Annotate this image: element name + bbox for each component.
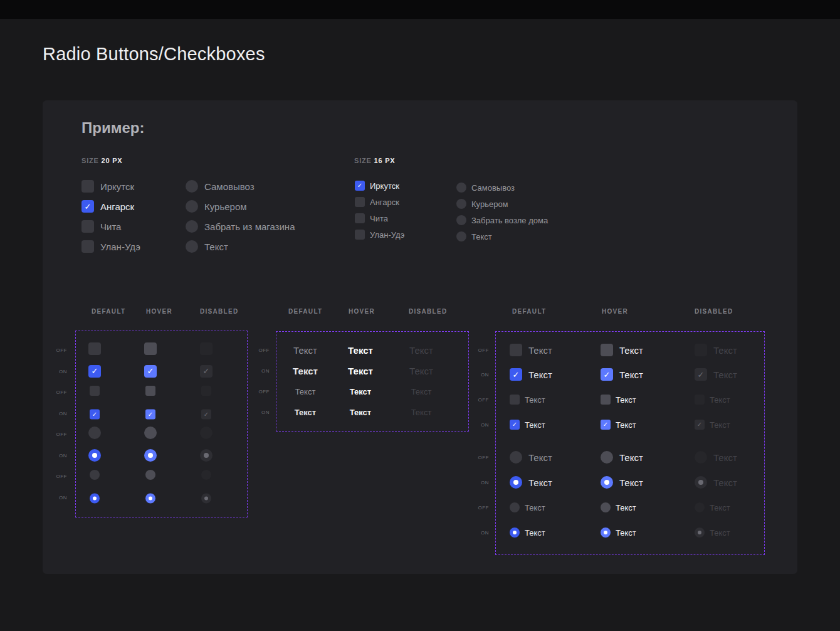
checkbox[interactable] — [81, 180, 94, 193]
radio-button[interactable] — [456, 183, 466, 193]
radio-option[interactable]: Текст — [601, 451, 643, 464]
option-label: Текст — [616, 528, 636, 538]
state-cell: ✓ — [88, 365, 101, 378]
radio-option[interactable]: Текст — [601, 528, 636, 538]
checkbox[interactable] — [144, 342, 157, 355]
state-row-label: OFF — [43, 347, 67, 353]
radio-option[interactable]: Текст — [186, 240, 295, 253]
radio-option[interactable]: Самовывоз — [186, 180, 295, 193]
radio-button[interactable] — [456, 215, 466, 225]
radio-button[interactable] — [144, 427, 157, 439]
checkbox[interactable]: ✓ — [355, 181, 365, 191]
checkbox-option[interactable]: ✓Текст — [510, 420, 545, 430]
radio-button[interactable] — [186, 200, 198, 213]
radio-option[interactable]: Курьером — [186, 200, 295, 213]
state-column-header: HOVER — [349, 308, 375, 315]
option-label: Иркутск — [100, 181, 134, 192]
checkbox[interactable]: ✓ — [81, 200, 94, 213]
option-label: Текст — [525, 395, 545, 405]
radio-button[interactable] — [601, 528, 611, 538]
radio-button[interactable] — [510, 502, 520, 512]
checkbox-option[interactable]: ✓Текст — [601, 368, 643, 381]
checkbox[interactable]: ✓ — [510, 420, 520, 430]
checkbox-option[interactable]: ✓Текст — [510, 368, 552, 381]
checkbox-option[interactable]: Текст — [510, 344, 552, 356]
checkbox[interactable] — [355, 213, 365, 223]
radio-button[interactable] — [90, 493, 100, 503]
checkbox[interactable]: ✓ — [601, 420, 611, 430]
radio-button[interactable] — [88, 449, 101, 462]
radio-button[interactable] — [186, 240, 198, 253]
state-row-label: OFF — [464, 397, 489, 403]
option-label: Текст — [525, 420, 545, 430]
radio-button[interactable] — [456, 231, 466, 241]
radio-option[interactable]: Текст — [601, 476, 643, 489]
radio-option[interactable]: Текст — [510, 451, 552, 464]
radio-option[interactable]: Курьером — [456, 199, 548, 209]
checkbox-option[interactable]: Чита — [81, 220, 140, 233]
state-cell — [90, 491, 100, 503]
radio-button[interactable] — [144, 449, 157, 462]
checkbox[interactable]: ✓ — [90, 409, 100, 419]
checkbox[interactable]: ✓ — [145, 409, 155, 419]
checkbox[interactable] — [355, 230, 365, 240]
checkbox-option[interactable]: ✓Ангарск — [81, 200, 140, 213]
checkbox-option[interactable]: Улан-Удэ — [81, 240, 140, 253]
option-label: Иркутск — [370, 181, 399, 191]
checkbox-option[interactable]: Улан-Удэ — [355, 230, 404, 240]
size-label-20px: SIZE 20 PX — [81, 157, 122, 164]
checkbox-option[interactable]: Чита — [355, 213, 404, 223]
radio-option[interactable]: Текст — [510, 528, 545, 538]
radio-button[interactable] — [601, 451, 613, 464]
radio-option[interactable]: Забрать из магазина — [186, 220, 295, 233]
radio-option[interactable]: Текст — [510, 476, 552, 489]
checkbox-option[interactable]: Текст — [601, 395, 636, 405]
checkbox[interactable]: ✓ — [88, 365, 101, 378]
radio-button[interactable] — [510, 528, 520, 538]
checkmark-icon: ✓ — [92, 411, 97, 417]
checkbox[interactable] — [81, 240, 94, 253]
radio-button[interactable] — [456, 199, 466, 209]
radio-button[interactable] — [186, 220, 198, 233]
checkbox[interactable] — [145, 386, 155, 396]
radio-button[interactable] — [510, 476, 522, 489]
checkbox[interactable] — [510, 395, 520, 405]
checkbox-option[interactable]: Иркутск — [81, 180, 140, 193]
radio-button[interactable] — [601, 502, 611, 512]
checkbox-option[interactable]: Текст — [601, 344, 643, 356]
radio-button[interactable] — [145, 470, 155, 480]
checkbox-option[interactable]: Текст — [510, 395, 545, 405]
checkbox[interactable] — [88, 342, 101, 355]
radio-option[interactable]: Текст — [510, 502, 545, 512]
checkbox[interactable] — [601, 395, 611, 405]
checkbox-option[interactable]: ✓Иркутск — [355, 181, 404, 191]
radio-button[interactable] — [90, 470, 100, 480]
option-label: Улан-Удэ — [370, 230, 404, 240]
radio-button[interactable] — [186, 180, 198, 193]
state-cell — [90, 386, 100, 398]
checkbox[interactable] — [355, 197, 365, 207]
checkbox[interactable]: ✓ — [144, 365, 157, 378]
radio-button[interactable] — [510, 451, 522, 464]
radio-dot-icon — [92, 453, 97, 458]
radio-dot-icon — [513, 531, 517, 534]
checkbox[interactable] — [81, 220, 94, 233]
checkbox-option[interactable]: ✓Текст — [601, 420, 636, 430]
radio-option[interactable]: Текст — [601, 502, 636, 512]
radio-option[interactable]: Забрать возле дома — [456, 215, 548, 225]
radio-dot-icon — [149, 496, 152, 500]
radio-option[interactable]: Самовывоз — [456, 183, 548, 193]
checkbox[interactable]: ✓ — [601, 368, 613, 381]
checkbox[interactable] — [601, 344, 613, 356]
example-heading: Пример: — [81, 119, 144, 137]
checkbox[interactable]: ✓ — [510, 368, 522, 381]
radio-option[interactable]: Текст — [456, 231, 548, 241]
checkbox — [695, 395, 705, 405]
radio-option: Текст — [695, 528, 730, 538]
checkbox[interactable] — [510, 344, 522, 356]
radio-button[interactable] — [601, 476, 613, 489]
radio-button[interactable] — [145, 493, 155, 503]
checkbox[interactable] — [90, 386, 100, 396]
checkbox-option[interactable]: Ангарск — [355, 197, 404, 207]
radio-button[interactable] — [88, 427, 101, 439]
